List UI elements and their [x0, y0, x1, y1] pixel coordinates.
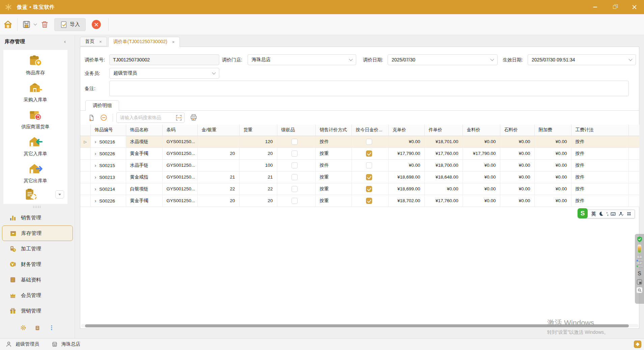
cell-pricing[interactable]: 按重 — [315, 147, 352, 159]
cell-gold_weight[interactable] — [197, 159, 239, 171]
barcode-search-input[interactable] — [117, 113, 173, 123]
sidebar-module-会员管理[interactable]: 会员管理 — [0, 288, 75, 303]
cell-weight[interactable]: 20 — [239, 147, 277, 159]
screenshot-icon[interactable] — [637, 279, 642, 285]
cell-surcharge[interactable]: ¥0.00 — [534, 195, 571, 207]
cell-pricing[interactable]: 按重 — [315, 195, 352, 207]
cell-code[interactable]: ›S00226 — [90, 147, 126, 159]
cell-gram_price[interactable]: ¥18,698.00 — [388, 171, 424, 183]
collapse-sidebar-icon[interactable]: ‹ — [64, 38, 66, 44]
cell-inlay[interactable] — [277, 136, 315, 147]
checkbox-unchecked-icon[interactable] — [291, 174, 298, 180]
cell-stone_price[interactable]: ¥0.00 — [500, 147, 534, 159]
column-header-附加费[interactable]: 附加费 — [534, 125, 571, 136]
scrollbar-thumb[interactable] — [85, 324, 629, 327]
expand-row-icon[interactable]: › — [95, 174, 96, 180]
import-button[interactable]: 导入 — [54, 18, 86, 31]
cell-inlay[interactable] — [277, 183, 315, 195]
cell-weight[interactable]: 120 — [239, 136, 277, 147]
sidebar-module-加工管理[interactable]: 加工管理 — [0, 241, 75, 257]
column-header-按今日金价...[interactable]: 按今日金价... — [352, 125, 388, 136]
cell-gram_price[interactable]: ¥18,699.00 — [388, 183, 424, 195]
cell-piece_price[interactable]: ¥18,701.00 — [424, 136, 463, 147]
cell-gold_price[interactable]: ¥0.00 — [463, 171, 500, 183]
expand-row-icon[interactable]: › — [95, 163, 96, 168]
sidebar-item-partial[interactable] — [3, 185, 67, 204]
expand-row-icon[interactable]: › — [95, 139, 96, 144]
minimize-button[interactable] — [585, 0, 605, 14]
tab-close-icon[interactable]: × — [172, 39, 175, 45]
cell-name[interactable]: 黄金戒指 — [126, 171, 162, 183]
cell-barcode[interactable]: GYS001250... — [162, 159, 197, 171]
checkbox-checked-icon[interactable] — [366, 151, 372, 157]
cell-gold_weight[interactable]: 21 — [197, 171, 239, 183]
more-options-icon[interactable] — [49, 325, 55, 331]
sidebar-module-营销管理[interactable]: 营销管理 — [0, 303, 75, 319]
cell-labor[interactable]: 按件 — [571, 195, 628, 207]
column-header-货重[interactable]: 货重 — [239, 125, 277, 136]
table-row[interactable]: ›S00226黄金手镯GYS001250...2020按重¥17,790.00¥… — [80, 147, 639, 159]
checkbox-unchecked-icon[interactable] — [366, 162, 372, 168]
cell-weight[interactable]: 20 — [239, 195, 277, 207]
sogou-logo-icon[interactable]: S — [578, 208, 588, 218]
add-item-icon[interactable] — [88, 114, 96, 122]
sidebar-item-其它出库单[interactable]: 其它出库单 — [3, 158, 67, 185]
cell-name[interactable]: 水晶项链 — [126, 136, 162, 147]
table-row[interactable]: ▷›S00216水晶项链GYS001250...120按件¥0.00¥18,70… — [80, 136, 639, 147]
cell-barcode[interactable]: GYS001250... — [162, 171, 197, 183]
cell-labor[interactable]: 按件 — [571, 147, 628, 159]
cell-barcode[interactable]: GYS001250... — [162, 183, 197, 195]
cell-code[interactable]: ›S00226 — [90, 195, 126, 207]
cell-piece_price[interactable]: ¥18,700.00 — [424, 159, 463, 171]
cell-inlay[interactable] — [277, 147, 315, 159]
quick-launch-button[interactable] — [634, 341, 641, 348]
cell-gram_price[interactable]: ¥0.00 — [388, 159, 424, 171]
table-row[interactable]: ›S00214白银项链GYS001250...2222按重¥18,699.00¥… — [80, 183, 639, 195]
punctuation-icon[interactable]: ’, — [607, 212, 608, 216]
close-document-button[interactable] — [92, 20, 101, 29]
tab-首页[interactable]: 首页× — [80, 37, 107, 46]
cell-piece_price[interactable]: ¥18,648.00 — [424, 171, 463, 183]
sidebar-item-其它入库单[interactable]: 其它入库单 — [3, 131, 67, 158]
checkbox-unchecked-icon[interactable] — [291, 139, 298, 145]
cell-piece_price[interactable]: ¥17,760.00 — [424, 147, 463, 159]
table-row[interactable]: ›S00215水晶手链GYS001250...100按件¥0.00¥18,700… — [80, 159, 639, 171]
expand-row-icon[interactable]: › — [95, 186, 96, 192]
cell-pricing[interactable]: 按重 — [315, 171, 352, 183]
cell-today_gold[interactable] — [352, 183, 388, 195]
shield-check-icon[interactable] — [637, 236, 642, 242]
cell-gram_price[interactable]: ¥18,702.00 — [388, 195, 424, 207]
checkbox-checked-icon[interactable] — [366, 186, 372, 192]
close-button[interactable] — [624, 0, 644, 14]
checkbox-checked-icon[interactable] — [366, 198, 372, 204]
order-no-input[interactable] — [109, 54, 219, 65]
cell-barcode[interactable]: GYS001250... — [162, 195, 197, 207]
cell-gram_price[interactable]: ¥17,790.00 — [388, 147, 424, 159]
checkbox-unchecked-icon[interactable] — [291, 198, 298, 204]
cell-labor[interactable]: 按件 — [571, 183, 628, 195]
sidebar-item-供应商退货单[interactable]: 供应商退货单 — [3, 104, 67, 131]
cell-gold_weight[interactable]: 22 — [197, 183, 239, 195]
cell-piece_price[interactable]: ¥17,760.00 — [424, 195, 463, 207]
drag-handle[interactable] — [33, 206, 42, 208]
cell-stone_price[interactable]: ¥0.00 — [500, 195, 534, 207]
restore-button[interactable] — [605, 0, 624, 14]
sogou-tool-icon[interactable]: S — [638, 271, 641, 277]
cell-surcharge[interactable]: ¥0.00 — [534, 171, 571, 183]
expand-shortcuts-button[interactable] — [55, 190, 64, 198]
settings-gear-icon[interactable] — [20, 325, 26, 331]
cell-name[interactable]: 水晶手链 — [126, 159, 162, 171]
tab-close-icon[interactable]: × — [99, 39, 102, 44]
cell-today_gold[interactable] — [352, 136, 388, 147]
moon-icon[interactable] — [598, 211, 604, 217]
cell-pricing[interactable]: 按件 — [315, 159, 352, 171]
cell-stone_price[interactable]: ¥0.00 — [500, 159, 534, 171]
cell-labor[interactable]: 按件 — [571, 171, 628, 183]
cell-gold_price[interactable]: ¥0.00 — [463, 183, 500, 195]
cell-gold_price[interactable]: ¥0.00 — [463, 195, 500, 207]
cell-code[interactable]: ›S00214 — [90, 183, 126, 195]
cell-code[interactable]: ›S00216 — [90, 136, 126, 147]
current-store[interactable]: 海珠总店 — [61, 341, 80, 347]
remark-input[interactable] — [109, 81, 629, 96]
sidebar-module-财务管理[interactable]: 财务管理 — [0, 257, 75, 272]
